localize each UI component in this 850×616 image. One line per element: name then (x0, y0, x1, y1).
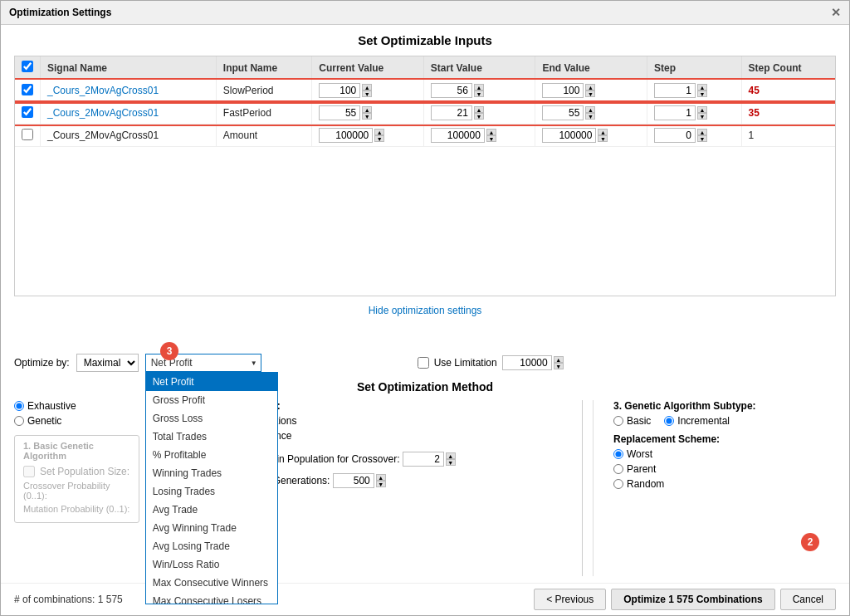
col-signal-name: Signal Name (41, 56, 217, 80)
limitation-input[interactable] (502, 355, 552, 370)
max-generations-up[interactable]: ▲ (376, 474, 386, 481)
row3-start-up[interactable]: ▲ (486, 129, 496, 135)
row3-step-down[interactable]: ▼ (697, 135, 707, 142)
row2-current-up[interactable]: ▲ (362, 106, 372, 113)
col-start-value: Start Value (423, 56, 535, 80)
row2-current-spinners: ▲ ▼ (362, 106, 372, 120)
row3-step-input[interactable] (654, 128, 696, 143)
individuals-up[interactable]: ▲ (446, 452, 456, 459)
random-row: Random (613, 478, 836, 490)
row1-step-up[interactable]: ▲ (697, 84, 707, 90)
exhaustive-radio[interactable] (14, 401, 24, 411)
dropdown-item-losing-trades[interactable]: Losing Trades (146, 482, 277, 501)
dropdown-item-total-trades[interactable]: Total Trades (146, 428, 277, 446)
dropdown-item-winloss-ratio[interactable]: Win/Loss Ratio (146, 555, 277, 574)
worst-radio[interactable] (613, 449, 623, 459)
individuals-input[interactable] (403, 452, 444, 467)
optimize-row: Optimize by: Maximal Net Profit Net Prof… (1, 349, 849, 377)
row2-step-down[interactable]: ▼ (697, 113, 707, 120)
top-section-title: Set Optimizable Inputs (14, 33, 836, 47)
dropdown-item-avg-trade[interactable]: Avg Trade (146, 501, 277, 519)
dropdown-item-avg-losing-trade[interactable]: Avg Losing Trade (146, 537, 277, 555)
row2-end-up[interactable]: ▲ (585, 106, 595, 113)
optimize-button[interactable]: Optimize 1 575 Combinations (611, 589, 774, 610)
row2-end-input[interactable] (542, 105, 584, 120)
random-radio[interactable] (613, 479, 623, 489)
row1-start-up[interactable]: ▲ (474, 84, 484, 90)
row1-current-down[interactable]: ▼ (362, 90, 372, 97)
dropdown-item-avg-winning-trade[interactable]: Avg Winning Trade (146, 519, 277, 537)
row2-start-value: ▲ ▼ (423, 102, 535, 125)
row3-step-up[interactable]: ▲ (697, 129, 707, 135)
use-limitation-checkbox[interactable] (418, 357, 429, 369)
row2-start-up[interactable]: ▲ (474, 106, 484, 113)
top-section: Set Optimizable Inputs Signal Name Input… (1, 25, 849, 349)
row2-current-input[interactable] (319, 105, 360, 120)
incremental-subtype-radio[interactable] (664, 416, 674, 426)
dropdown-item-net-profit[interactable]: Net Profit (146, 373, 277, 391)
row2-start-down[interactable]: ▼ (474, 113, 484, 120)
row2-step-up[interactable]: ▲ (697, 106, 707, 113)
row1-step-down[interactable]: ▼ (697, 90, 707, 97)
row1-end-up[interactable]: ▲ (585, 84, 595, 90)
row3-checkbox[interactable] (22, 129, 33, 140)
row2-checkbox[interactable] (22, 106, 33, 118)
dropdown-item-winning-trades[interactable]: Winning Trades (146, 464, 277, 482)
limitation-spinner: ▲ ▼ (502, 355, 564, 370)
row3-step-count: 1 (741, 125, 835, 147)
max-generations-input[interactable] (333, 473, 374, 488)
hide-optimization-link[interactable]: Hide optimization settings (1, 300, 849, 321)
row2-step: ▲ ▼ (647, 102, 742, 125)
col-end-value: End Value (535, 56, 647, 80)
row3-start-down[interactable]: ▼ (486, 135, 496, 142)
select-all-checkbox[interactable] (22, 61, 33, 72)
limitation-up[interactable]: ▲ (554, 356, 564, 363)
row1-start-value: ▲ ▼ (423, 80, 535, 102)
dropdown-item-percent-profitable[interactable]: % Profitable (146, 446, 277, 464)
row3-current-up[interactable]: ▲ (374, 129, 384, 135)
row3-current-input[interactable] (319, 128, 373, 143)
parent-radio[interactable] (613, 464, 623, 474)
dropdown-item-max-consecutive-winners[interactable]: Max Consecutive Winners (146, 574, 277, 592)
row1-start-input[interactable] (431, 83, 472, 98)
row1-start-down[interactable]: ▼ (474, 90, 484, 97)
basic-subtype-label: Basic (627, 415, 651, 427)
row1-step-input[interactable] (654, 83, 696, 98)
inputs-table-container: Signal Name Input Name Current Value Sta… (14, 56, 836, 296)
genetic-radio[interactable] (14, 416, 24, 426)
row1-checkbox[interactable] (22, 84, 33, 95)
row3-end-down[interactable]: ▼ (598, 135, 608, 142)
three-columns: Exhaustive Genetic 1. Basic Genetic Algo… (14, 400, 836, 576)
optimize-by-type-select[interactable]: Maximal (76, 354, 139, 372)
row3-end-up[interactable]: ▲ (598, 129, 608, 135)
row2-step-input[interactable] (654, 105, 696, 120)
badge-2-wrapper: 2 (801, 533, 819, 551)
dropdown-item-gross-loss[interactable]: Gross Loss (146, 409, 277, 428)
max-generations-down[interactable]: ▼ (376, 481, 386, 487)
previous-button[interactable]: < Previous (534, 589, 606, 610)
parent-label: Parent (627, 463, 656, 475)
action-buttons: < Previous Optimize 1 575 Combinations C… (534, 589, 836, 610)
row3-current-down[interactable]: ▼ (374, 135, 384, 142)
row2-end-down[interactable]: ▼ (585, 113, 595, 120)
dropdown-item-gross-profit[interactable]: Gross Profit (146, 391, 277, 409)
row1-end-spinners: ▲ ▼ (585, 84, 595, 97)
col-checkbox (15, 56, 41, 80)
limitation-down[interactable]: ▼ (554, 363, 564, 369)
dropdown-item-max-consecutive-losers[interactable]: Max Consecutive Losers (146, 592, 277, 604)
replacement-scheme-section: Replacement Scheme: Worst Parent (613, 433, 836, 490)
individuals-down[interactable]: ▼ (446, 459, 456, 466)
row1-current-up[interactable]: ▲ (362, 84, 372, 90)
row2-current-down[interactable]: ▼ (362, 113, 372, 120)
row1-end-down[interactable]: ▼ (585, 90, 595, 97)
row1-current-input[interactable] (319, 83, 360, 98)
basic-subtype-radio[interactable] (613, 416, 623, 426)
row3-end-input[interactable] (542, 128, 596, 143)
set-population-checkbox[interactable] (23, 466, 35, 477)
row1-end-input[interactable] (542, 83, 584, 98)
row2-start-input[interactable] (431, 105, 472, 120)
row2-current-value: ▲ ▼ (312, 102, 424, 125)
row3-start-input[interactable] (431, 128, 485, 143)
cancel-button[interactable]: Cancel (780, 589, 836, 610)
close-button[interactable]: ✕ (831, 6, 841, 19)
